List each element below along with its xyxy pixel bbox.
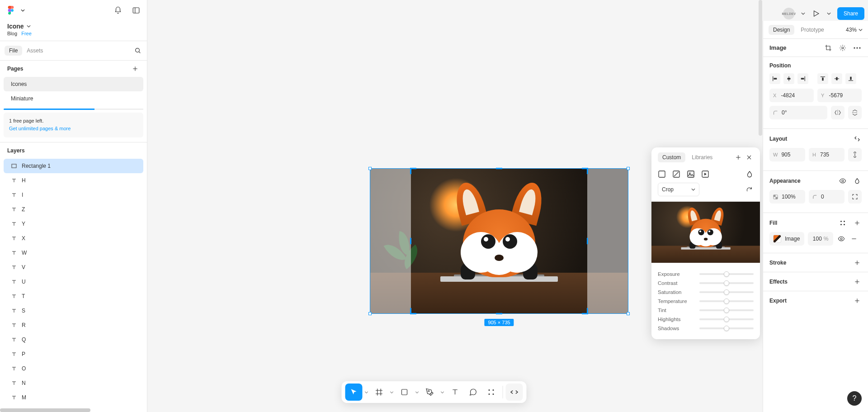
fill-opacity[interactable]: 100% — [808, 232, 833, 246]
tool-shape-chevron[interactable] — [414, 391, 420, 393]
slider-track[interactable] — [699, 273, 754, 275]
fill-tab-custom[interactable]: Custom — [658, 152, 685, 162]
toggle-panels-icon[interactable] — [132, 6, 141, 15]
file-title-row[interactable]: Icone — [0, 21, 147, 31]
slider-thumb[interactable] — [724, 280, 729, 286]
tool-comment[interactable] — [465, 384, 482, 401]
fill-tab-libraries[interactable]: Libraries — [687, 152, 717, 162]
slider-track[interactable] — [699, 309, 754, 311]
rotation-input[interactable] — [769, 106, 827, 119]
figma-logo-icon[interactable] — [6, 6, 15, 15]
promo-link[interactable]: Get unlimited pages & more — [9, 126, 71, 131]
tool-frame-chevron[interactable] — [389, 391, 395, 393]
add-page-icon[interactable] — [131, 64, 140, 73]
workspace-name[interactable]: Blog — [7, 31, 17, 36]
h-input[interactable]: H — [809, 148, 844, 161]
blend-icon[interactable] — [853, 176, 862, 185]
selection-handle-br[interactable] — [627, 312, 630, 315]
align-bottom-icon[interactable] — [845, 73, 856, 84]
auto-layout-icon[interactable] — [853, 134, 862, 143]
crop-handle-l[interactable] — [410, 238, 411, 244]
layer-item[interactable]: W — [4, 246, 143, 260]
fill-type-gradient-icon[interactable] — [672, 170, 680, 178]
chevron-down-icon[interactable] — [827, 12, 831, 15]
crop-handle-br[interactable] — [582, 308, 588, 314]
slider-track[interactable] — [699, 318, 754, 320]
fill-item[interactable]: Image — [769, 232, 804, 246]
crop-handle-r[interactable] — [587, 238, 588, 244]
align-left-icon[interactable] — [769, 73, 780, 84]
crop-handle-tr[interactable] — [582, 168, 588, 174]
layer-item[interactable]: P — [4, 347, 143, 361]
layer-item[interactable]: T — [4, 289, 143, 303]
tool-frame[interactable] — [371, 384, 388, 401]
tool-shape[interactable] — [396, 384, 413, 401]
plan-label[interactable]: Free — [21, 31, 32, 36]
fill-popup-add-icon[interactable] — [734, 153, 743, 162]
chevron-down-icon[interactable] — [801, 12, 805, 15]
tool-dev-mode[interactable] — [506, 384, 523, 401]
fill-type-video-icon[interactable] — [701, 170, 709, 178]
fill-popup-close-icon[interactable] — [745, 153, 754, 162]
layer-item[interactable]: I — [4, 188, 143, 202]
layer-item[interactable]: V — [4, 260, 143, 275]
edit-image-icon[interactable] — [838, 43, 847, 52]
page-item-icones[interactable]: Icones — [4, 77, 143, 91]
layer-item[interactable]: X — [4, 231, 143, 246]
crop-handle-bl[interactable] — [410, 308, 416, 314]
corner-radius-input[interactable] — [809, 190, 844, 204]
layer-item[interactable]: M — [4, 390, 143, 405]
crop-icon[interactable] — [824, 43, 833, 52]
slider-thumb[interactable] — [724, 308, 729, 313]
fill-remove-icon[interactable] — [849, 234, 859, 243]
fill-preview[interactable] — [651, 201, 760, 264]
selection-handle-tr[interactable] — [627, 167, 630, 170]
help-button[interactable]: ? — [847, 391, 862, 406]
tool-text[interactable] — [447, 384, 464, 401]
add-export-icon[interactable] — [853, 296, 862, 305]
w-input[interactable]: W — [769, 148, 805, 161]
add-effect-icon[interactable] — [853, 277, 862, 286]
fill-swatch[interactable] — [773, 235, 781, 243]
left-panel-hscroll[interactable] — [0, 407, 147, 412]
fill-visibility-icon[interactable] — [837, 234, 846, 243]
align-top-icon[interactable] — [817, 73, 828, 84]
slider-track[interactable] — [699, 300, 754, 302]
tool-pen-chevron[interactable] — [439, 391, 446, 393]
layer-item[interactable]: Y — [4, 217, 143, 231]
add-fill-icon[interactable] — [853, 218, 862, 227]
crop-handle-tl[interactable] — [410, 168, 416, 174]
tool-pen[interactable] — [421, 384, 439, 401]
share-button[interactable]: Share — [837, 7, 864, 20]
layer-item[interactable]: O — [4, 361, 143, 376]
crop-handle-t[interactable] — [496, 168, 502, 169]
selection-handle-bl[interactable] — [368, 312, 372, 315]
flip-v-icon[interactable] — [848, 106, 862, 119]
crop-handle-b[interactable] — [496, 313, 502, 314]
opacity-input[interactable] — [769, 190, 805, 204]
slider-thumb[interactable] — [724, 326, 729, 331]
layer-item[interactable]: Rectangle 1 — [4, 159, 143, 173]
slider-thumb[interactable] — [724, 289, 729, 295]
layer-item[interactable]: H — [4, 173, 143, 188]
align-vcenter-icon[interactable] — [831, 73, 842, 84]
tool-move[interactable] — [345, 384, 363, 401]
slider-track[interactable] — [699, 282, 754, 284]
align-right-icon[interactable] — [797, 73, 808, 84]
layer-item[interactable]: R — [4, 318, 143, 332]
add-stroke-icon[interactable] — [853, 258, 862, 267]
fill-type-image-icon[interactable] — [687, 170, 695, 178]
layer-item[interactable]: S — [4, 303, 143, 318]
page-item-miniature[interactable]: Miniature — [4, 91, 143, 106]
layer-item[interactable]: Q — [4, 332, 143, 347]
crop-box[interactable] — [411, 169, 587, 313]
y-input[interactable]: Y — [817, 89, 862, 102]
slider-thumb[interactable] — [724, 298, 729, 304]
more-icon[interactable] — [853, 43, 862, 52]
layer-item[interactable]: N — [4, 376, 143, 390]
tool-move-chevron[interactable] — [363, 391, 370, 393]
notifications-icon[interactable] — [113, 6, 123, 15]
selection-handle-tl[interactable] — [368, 167, 372, 170]
blend-mode-icon[interactable] — [745, 170, 754, 178]
x-input[interactable]: X — [769, 89, 814, 102]
